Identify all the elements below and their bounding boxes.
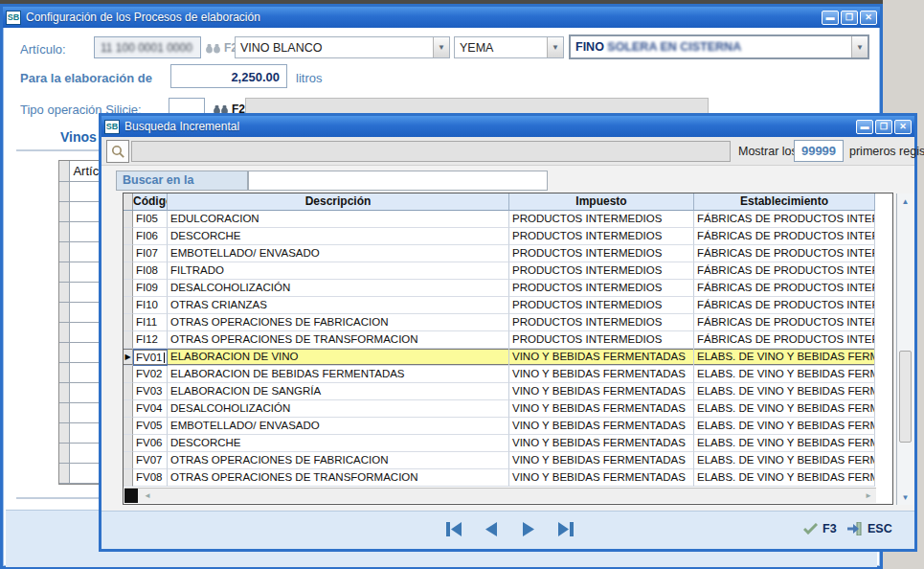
cell-establecimiento[interactable]: FÁBRICAS DE PRODUCTOS INTER: [694, 314, 875, 331]
chevron-down-icon[interactable]: ▼: [433, 37, 449, 57]
cell-descripcion[interactable]: DESALCOHOLIZACIÓN: [168, 280, 509, 297]
cell-establecimiento[interactable]: ELABS. DE VINO Y BEBIDAS FERM: [694, 366, 875, 383]
cell-codigo[interactable]: FV02: [133, 366, 168, 383]
table-row[interactable]: FV02ELABORACION DE BEBIDAS FERMENTADASVI…: [124, 366, 892, 383]
articulo-f2-button[interactable]: F2: [205, 41, 237, 55]
cell-impuesto[interactable]: PRODUCTOS INTERMEDIOS: [509, 262, 694, 280]
cell-descripcion[interactable]: EMBOTELLADO/ ENVASADO: [168, 245, 509, 262]
cell-establecimiento[interactable]: ELABS. DE VINO Y BEBIDAS FERM: [694, 418, 875, 435]
cell-descripcion[interactable]: OTRAS OPERACIONES DE FABRICACION: [168, 452, 509, 469]
table-row[interactable]: FI05EDULCORACIONPRODUCTOS INTERMEDIOSFÁB…: [124, 211, 892, 228]
table-row[interactable]: FI08FILTRADOPRODUCTOS INTERMEDIOSFÁBRICA…: [124, 262, 892, 280]
cell-codigo[interactable]: FI08: [133, 262, 168, 280]
cell-impuesto[interactable]: PRODUCTOS INTERMEDIOS: [509, 280, 694, 297]
cell-establecimiento[interactable]: ELABS. DE VINO Y BEBIDAS FERM: [694, 452, 875, 469]
table-row[interactable]: FV04DESALCOHOLIZACIÓNVINO Y BEBIDAS FERM…: [124, 400, 892, 418]
scroll-right-icon[interactable]: ►: [865, 491, 872, 500]
column-header-codigo[interactable]: Código: [133, 193, 168, 211]
table-row[interactable]: FV07OTRAS OPERACIONES DE FABRICACIONVINO…: [124, 452, 892, 469]
cell-impuesto[interactable]: VINO Y BEBIDAS FERMENTADAS: [509, 418, 694, 435]
cell-descripcion[interactable]: DESCORCHE: [168, 228, 509, 245]
cell-impuesto[interactable]: VINO Y BEBIDAS FERMENTADAS: [509, 366, 694, 383]
articulo-input[interactable]: 11 100 0001 0000: [94, 36, 201, 58]
cell-descripcion[interactable]: OTRAS CRIANZAS: [168, 297, 509, 314]
cell-descripcion[interactable]: OTRAS OPERACIONES DE FABRICACION: [168, 314, 509, 331]
first-record-button[interactable]: [444, 521, 465, 538]
table-row[interactable]: FI06DESCORCHEPRODUCTOS INTERMEDIOSFÁBRIC…: [124, 228, 892, 245]
close-button[interactable]: ✕: [894, 120, 912, 134]
scroll-left-icon[interactable]: ◄: [144, 491, 151, 500]
close-button[interactable]: ✕: [860, 11, 877, 25]
cell-descripcion[interactable]: EDULCORACION: [168, 211, 509, 228]
cell-codigo[interactable]: FV07: [133, 452, 168, 469]
last-record-button[interactable]: [556, 521, 577, 538]
table-row[interactable]: FI09DESALCOHOLIZACIÓNPRODUCTOS INTERMEDI…: [124, 280, 892, 297]
cell-establecimiento[interactable]: FÁBRICAS DE PRODUCTOS INTER: [694, 331, 875, 349]
cell-establecimiento[interactable]: ELABS. DE VINO Y BEBIDAS FERM: [694, 400, 875, 418]
cell-impuesto[interactable]: VINO Y BEBIDAS FERMENTADAS: [509, 383, 694, 400]
cell-impuesto[interactable]: VINO Y BEBIDAS FERMENTADAS: [509, 452, 694, 469]
cell-establecimiento[interactable]: FÁBRICAS DE PRODUCTOS INTER: [694, 280, 875, 297]
cell-impuesto[interactable]: PRODUCTOS INTERMEDIOS: [509, 228, 694, 245]
chevron-down-icon[interactable]: ▼: [547, 37, 563, 57]
maximize-button[interactable]: ❐: [841, 11, 858, 25]
horizontal-scrollbar[interactable]: ◄ ►: [124, 488, 876, 503]
cell-descripcion[interactable]: OTRAS OPERACIONES DE TRANSFORMACION: [168, 469, 509, 487]
maximize-button[interactable]: ❐: [875, 120, 892, 134]
vertical-scrollbar[interactable]: ▲ ▼: [896, 193, 913, 505]
cell-impuesto[interactable]: PRODUCTOS INTERMEDIOS: [509, 331, 694, 349]
cell-impuesto[interactable]: VINO Y BEBIDAS FERMENTADAS: [509, 469, 694, 487]
column-header-impuesto[interactable]: Impuesto: [509, 193, 694, 211]
cell-descripcion[interactable]: DESCORCHE: [168, 435, 509, 452]
cell-impuesto[interactable]: VINO Y BEBIDAS FERMENTADAS: [509, 349, 694, 366]
cell-establecimiento[interactable]: ELABS. DE VINO Y BEBIDAS FERM: [694, 469, 875, 487]
cell-codigo[interactable]: FV05: [133, 418, 168, 435]
table-row[interactable]: FI12OTRAS OPERACIONES DE TRANSFORMACIONP…: [124, 331, 892, 349]
column-header-establecimiento[interactable]: Establecimiento: [694, 193, 875, 211]
cell-descripcion[interactable]: EMBOTELLADO/ ENVASADO: [168, 418, 509, 435]
table-row[interactable]: FV08OTRAS OPERACIONES DE TRANSFORMACIONV…: [124, 469, 892, 487]
cell-establecimiento[interactable]: FÁBRICAS DE PRODUCTOS INTER: [694, 211, 875, 228]
cell-descripcion[interactable]: FILTRADO: [168, 262, 509, 280]
cell-establecimiento[interactable]: ELABS. DE VINO Y BEBIDAS FERM: [694, 349, 875, 366]
minimize-button[interactable]: ▬: [822, 11, 839, 25]
variedad-combo[interactable]: YEMA ▼: [454, 36, 564, 58]
scroll-down-icon[interactable]: ▼: [897, 489, 913, 505]
search-button[interactable]: [106, 140, 129, 163]
buscar-columna-input[interactable]: [248, 171, 548, 191]
cell-codigo[interactable]: FV01: [133, 349, 168, 366]
table-row[interactable]: ▶FV01ELABORACION DE VINOVINO Y BEBIDAS F…: [124, 349, 892, 366]
minimize-button[interactable]: ▬: [856, 120, 873, 134]
table-row[interactable]: FV03ELABORACION DE SANGRÍAVINO Y BEBIDAS…: [124, 383, 892, 400]
cell-impuesto[interactable]: PRODUCTOS INTERMEDIOS: [509, 297, 694, 314]
producto-combo[interactable]: FINO SOLERA EN CISTERNA ▼: [569, 34, 869, 59]
scroll-up-icon[interactable]: ▲: [897, 193, 913, 209]
cell-establecimiento[interactable]: ELABS. DE VINO Y BEBIDAS FERM: [694, 383, 875, 400]
cell-descripcion[interactable]: ELABORACION DE BEBIDAS FERMENTADAS: [168, 366, 509, 383]
table-row[interactable]: FI07EMBOTELLADO/ ENVASADOPRODUCTOS INTER…: [124, 245, 892, 262]
cell-establecimiento[interactable]: ELABS. DE VINO Y BEBIDAS FERM: [694, 435, 875, 452]
cell-codigo[interactable]: FV06: [133, 435, 168, 452]
cell-codigo[interactable]: FI09: [133, 280, 168, 297]
record-count-input[interactable]: [794, 140, 844, 162]
table-row[interactable]: FV05EMBOTELLADO/ ENVASADOVINO Y BEBIDAS …: [124, 418, 892, 435]
tipo-vino-combo[interactable]: VINO BLANCO ▼: [235, 36, 450, 58]
cell-impuesto[interactable]: PRODUCTOS INTERMEDIOS: [509, 245, 694, 262]
chevron-down-icon[interactable]: ▼: [851, 36, 868, 57]
scrollbar-thumb[interactable]: [899, 351, 912, 443]
cell-codigo[interactable]: FI11: [133, 314, 168, 331]
main-titlebar[interactable]: SB Configuración de los Procesos de elab…: [3, 7, 880, 28]
cell-codigo[interactable]: FI06: [133, 228, 168, 245]
cell-descripcion[interactable]: ELABORACION DE SANGRÍA: [168, 383, 509, 400]
table-row[interactable]: FI11OTRAS OPERACIONES DE FABRICACIONPROD…: [124, 314, 892, 331]
cell-descripcion[interactable]: DESALCOHOLIZACIÓN: [168, 400, 509, 418]
cell-impuesto[interactable]: VINO Y BEBIDAS FERMENTADAS: [509, 435, 694, 452]
next-record-button[interactable]: [519, 521, 540, 538]
litros-input[interactable]: 2,250.00: [170, 64, 287, 88]
previous-record-button[interactable]: [482, 521, 503, 538]
cell-impuesto[interactable]: VINO Y BEBIDAS FERMENTADAS: [509, 400, 694, 418]
cell-codigo[interactable]: FV03: [133, 383, 168, 400]
cell-codigo[interactable]: FV04: [133, 400, 168, 418]
cell-establecimiento[interactable]: FÁBRICAS DE PRODUCTOS INTER: [694, 262, 875, 280]
cell-impuesto[interactable]: PRODUCTOS INTERMEDIOS: [509, 314, 694, 331]
